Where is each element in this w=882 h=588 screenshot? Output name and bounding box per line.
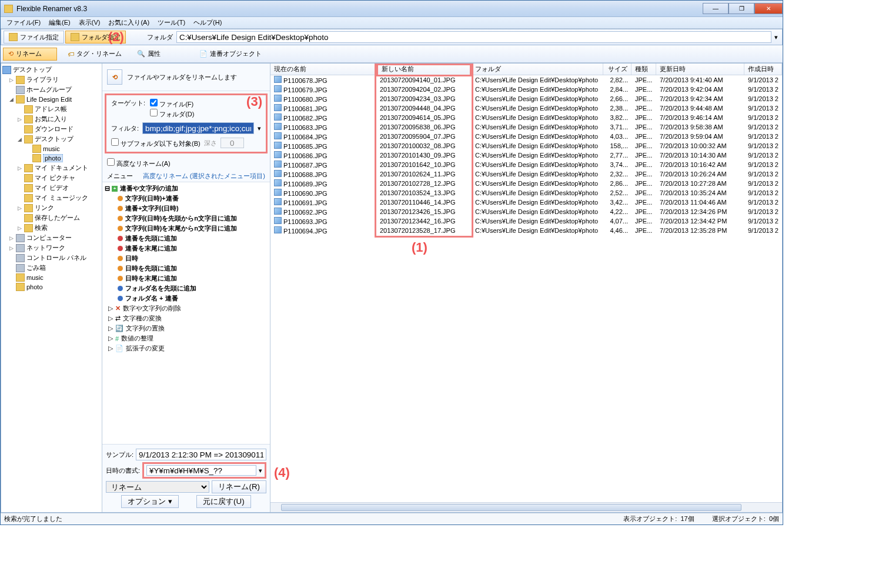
sample-output [136,449,266,460]
minimize-button[interactable]: ― [703,3,729,14]
jpg-file-icon [274,161,282,168]
replace-icon: 🔄 [115,325,123,332]
col-size[interactable]: サイズ [603,64,632,75]
object-count: 17個 [680,515,694,522]
path-dropdown-icon[interactable]: ▾ [774,34,778,41]
subfolder-check[interactable]: サブフォルダ以下も対象(B) [111,138,201,148]
pane-desc: ファイルやフォルダをリネームします [127,73,237,82]
undo-button[interactable]: 元に戻す(U) [196,495,251,508]
file-row[interactable]: P1100692.JPG20130720123426_15.JPGC:¥User… [270,207,782,216]
jpg-file-icon [274,198,282,205]
advanced-rename-link[interactable]: 高度なリネーム (選択されたメニュー項目) [143,172,265,181]
refresh-icon[interactable]: ⟲ [107,69,122,85]
file-list[interactable]: P1100678.JPG20130720094140_01.JPGC:¥User… [270,75,782,502]
file-spec-button[interactable]: ファイル指定 [4,31,64,44]
path-input[interactable] [176,31,771,43]
app-window: Flexible Renamer v8.3 ― ❐ ✕ ファイル(F) 編集(E… [0,0,783,525]
folder-spec-button[interactable]: フォルダ指定 [65,31,126,44]
file-row[interactable]: P1100680.JPG20130720094234_03.JPGC:¥User… [270,94,782,103]
rename-icon: ⟲ [8,50,14,58]
jpg-file-icon [274,104,282,111]
status-text: 検索が完了しました [4,514,62,523]
col-current-name[interactable]: 現在の名前 [270,64,376,75]
file-row[interactable]: P1100685.JPG20130720100032_08.JPGC:¥User… [270,141,782,151]
folder-tree[interactable]: デスクトップ ▷ライブラリ ホームグループ ◢Life Design Edit … [1,64,102,512]
target-label: ターゲット: [111,99,145,108]
menu-label: メニュー [107,172,133,181]
selected-count: 0個 [769,515,779,522]
filter-input[interactable] [142,122,254,134]
object-count-label: 表示オブジェクト: [623,515,677,522]
rename-options-pane: ⟲ ファイルやフォルダをリネームします (3) ターゲット: ファイル(F) フ… [102,64,270,512]
rename-mode-select[interactable]: リネーム [106,481,209,493]
seq-obj-tab[interactable]: 📄連番オブジェクト [195,48,266,61]
file-row[interactable]: P1100681.JPG20130720094448_04.JPGC:¥User… [270,103,782,113]
toolbar-modes: ⟲リネーム 🏷タグ・リネーム 🔍属性 📄連番オブジェクト [1,45,783,63]
jpg-file-icon [274,113,282,121]
file-row[interactable]: P1100683.JPG20130720095838_06.JPGC:¥User… [270,122,782,132]
jpg-file-icon [274,132,282,139]
file-row[interactable]: P1100693.JPG20130720123442_16.JPGC:¥User… [270,216,782,226]
recycle-icon [16,264,25,272]
app-icon [4,5,13,13]
toolbar-path: ファイル指定 フォルダ指定 (2) フォルダ ▾ [1,29,783,45]
menu-fav[interactable]: お気に入り(A) [105,17,153,28]
advanced-check[interactable]: 高度なリネーム(A) [107,158,171,168]
file-row[interactable]: P1100689.JPG20130720102728_12.JPGC:¥User… [270,179,782,188]
col-create[interactable]: 作成日時 [744,64,782,75]
rename-button[interactable]: リネーム(R) [212,480,266,493]
computer-icon [16,234,25,242]
target-file-check[interactable]: ファイル(F) [150,101,193,108]
file-row[interactable]: P1100688.JPG20130720102624_11.JPGC:¥User… [270,169,782,179]
menu-view[interactable]: 表示(V) [75,17,104,28]
seq-icon: 📄 [199,50,208,58]
col-type[interactable]: 種類 [632,64,656,75]
target-filter-box: (3) ターゲット: ファイル(F) フォルダ(D) フィルタ: ▾ サブフォル… [105,93,268,153]
jpg-file-icon [274,226,282,233]
col-new-name[interactable]: 新しい名前 [376,64,472,76]
menu-help[interactable]: ヘルプ(H) [190,17,225,28]
rule-tree[interactable]: ⊟+連番や文字列の追加 文字列(日時)+連番 連番+文字列(日時) 文字列(日時… [102,182,270,444]
titlebar[interactable]: Flexible Renamer v8.3 ― ❐ ✕ [1,1,783,17]
folder-label: フォルダ [147,33,173,42]
list-header[interactable]: 現在の名前 新しい名前 フォルダ サイズ 種類 更新日時 作成日時 [270,64,782,75]
jpg-file-icon [274,208,282,215]
control-icon [16,254,25,262]
maximize-button[interactable]: ❐ [729,3,754,14]
menubar: ファイル(F) 編集(E) 表示(V) お気に入り(A) ツール(T) ヘルプ(… [1,17,783,29]
h-scrollbar[interactable] [270,502,782,512]
attr-tab[interactable]: 🔍属性 [132,48,165,61]
file-row[interactable]: P1100687.JPG20130720101642_10.JPGC:¥User… [270,160,782,169]
menu-file[interactable]: ファイル(F) [3,17,44,28]
col-update[interactable]: 更新日時 [656,64,744,75]
tag-rename-tab[interactable]: 🏷タグ・リネーム [63,48,126,61]
file-row[interactable]: P1100694.JPG20130720123528_17.JPGC:¥User… [270,226,782,235]
menu-edit[interactable]: 編集(E) [45,17,74,28]
rename-tab[interactable]: ⟲リネーム [3,48,57,61]
selected-folder[interactable]: photo [43,154,63,162]
file-row[interactable]: P1100679.JPG20130720094204_02.JPGC:¥User… [270,85,782,94]
col-folder[interactable]: フォルダ [472,64,603,75]
close-button[interactable]: ✕ [754,3,783,14]
filter-dropdown-icon[interactable]: ▾ [258,125,261,132]
option-button[interactable]: オプション ▾ [121,495,179,508]
file-row[interactable]: P1100678.JPG20130720094140_01.JPGC:¥User… [270,75,782,85]
attr-icon: 🔍 [137,50,145,58]
file-row[interactable]: P1100686.JPG20130720101430_09.JPGC:¥User… [270,151,782,160]
plus-icon: + [112,186,118,192]
main-area: デスクトップ ▷ライブラリ ホームグループ ◢Life Design Edit … [1,63,783,513]
file-row[interactable]: P1100684.JPG20130720095904_07.JPGC:¥User… [270,132,782,141]
format-input[interactable] [146,465,256,476]
depth-input[interactable] [220,138,244,148]
menu-tool[interactable]: ツール(T) [154,17,189,28]
jpg-file-icon [274,170,282,177]
file-row[interactable]: P1100682.JPG20130720094614_05.JPGC:¥User… [270,113,782,122]
selected-count-label: 選択オブジェクト: [712,515,766,522]
x-icon: ✕ [115,305,121,312]
desktop-icon [2,66,11,74]
file-row[interactable]: P1100690.JPG20130720103524_13.JPGC:¥User… [270,188,782,198]
jpg-file-icon [274,85,282,92]
target-folder-check[interactable]: フォルダ(D) [150,111,194,118]
format-dropdown-icon[interactable]: ▾ [259,467,262,475]
file-row[interactable]: P1100691.JPG20130720110446_14.JPGC:¥User… [270,198,782,207]
